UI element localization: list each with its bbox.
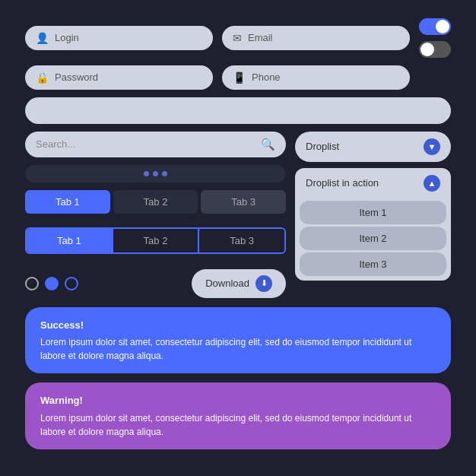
droplist-item-1[interactable]: Item 1 <box>300 201 446 224</box>
email-label: Email <box>248 32 273 43</box>
download-label: Download <box>205 278 249 289</box>
success-title: Success! <box>40 318 436 333</box>
tab2-row2[interactable]: Tab 2 <box>112 229 198 252</box>
phone-input[interactable]: 📱 Phone <box>222 65 410 90</box>
dot-1 <box>144 171 149 176</box>
droplist-collapsed[interactable]: Droplist ▼ <box>295 132 451 162</box>
login-input[interactable]: 👤 Login <box>25 26 213 50</box>
tab1-row2[interactable]: Tab 1 <box>27 229 112 252</box>
toggle-1[interactable] <box>419 18 451 35</box>
warning-title: Warning! <box>40 393 436 408</box>
dot-2 <box>153 171 158 176</box>
bottom-bar: Download ⬇ <box>25 269 286 298</box>
warning-body: Lorem ipsum dolor sit amet, consectetur … <box>40 411 436 439</box>
radio-group <box>25 277 78 290</box>
dots-bar[interactable] <box>25 165 286 182</box>
phone-label: Phone <box>252 71 281 83</box>
tab1-row1[interactable]: Tab 1 <box>25 190 110 214</box>
email-input[interactable]: ✉ Email <box>222 26 410 50</box>
droplist-item-3[interactable]: Item 3 <box>300 252 446 276</box>
chevron-down-icon: ▼ <box>424 138 440 155</box>
radio-3[interactable] <box>65 277 78 290</box>
tabs-row-2: Tab 1 Tab 2 Tab 3 <box>25 227 286 254</box>
warning-alert: Warning! Lorem ipsum dolor sit amet, con… <box>25 382 451 449</box>
email-icon: ✉ <box>233 32 242 44</box>
tab3-row1[interactable]: Tab 3 <box>201 190 286 214</box>
search-bar[interactable]: Search... 🔍 <box>25 132 286 157</box>
success-body: Lorem ipsum dolor sit amet, consectetur … <box>40 335 436 363</box>
toggle-group <box>419 18 451 58</box>
toggle-2[interactable] <box>419 41 451 58</box>
password-input[interactable]: 🔒 Password <box>25 65 213 90</box>
droplist-open-label: Droplist in action <box>306 177 379 189</box>
droplist-item-2[interactable]: Item 2 <box>300 227 446 250</box>
wide-input-bar[interactable] <box>25 97 451 124</box>
tabs-row-1: Tab 1 Tab 2 Tab 3 <box>25 190 286 214</box>
chevron-up-icon: ▲ <box>424 175 440 192</box>
search-placeholder: Search... <box>36 138 75 150</box>
password-label: Password <box>55 71 98 83</box>
tab2-row1[interactable]: Tab 2 <box>113 190 198 214</box>
lock-icon: 🔒 <box>36 71 49 84</box>
phone-icon: 📱 <box>233 71 246 84</box>
toggle-1-knob <box>436 20 449 33</box>
success-alert: Success! Lorem ipsum dolor sit amet, con… <box>25 307 451 374</box>
droplist-open-header[interactable]: Droplist in action ▲ <box>295 168 451 198</box>
toggle-2-knob <box>420 43 434 56</box>
droplist-label: Droplist <box>306 141 339 152</box>
tab3-row2[interactable]: Tab 3 <box>198 229 284 252</box>
search-icon: 🔍 <box>261 138 275 151</box>
droplist-open: Droplist in action ▲ Item 1 Item 2 Item … <box>295 168 451 281</box>
download-button[interactable]: Download ⬇ <box>192 269 286 298</box>
radio-2[interactable] <box>45 277 59 290</box>
download-icon: ⬇ <box>255 275 272 292</box>
login-label: Login <box>55 32 79 43</box>
user-icon: 👤 <box>36 32 49 44</box>
radio-1[interactable] <box>25 277 39 290</box>
dot-3 <box>162 171 167 176</box>
